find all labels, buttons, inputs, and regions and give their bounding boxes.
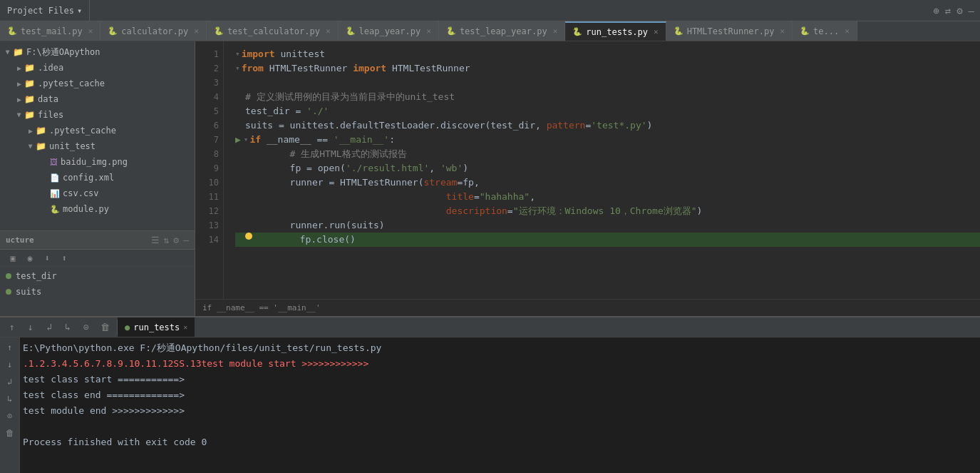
line-numbers: 12345 678910 11121314 — [195, 41, 224, 299]
code-line-9: fp = open('./result.html', 'wb') — [235, 161, 980, 176]
tab-close-2[interactable]: ✕ — [326, 26, 331, 36]
structure-panel: ucture ☰ ⇅ ⚙ — ▣ ◉ ⬇ ⬆ test_dir — [0, 230, 195, 316]
struct-btn-4[interactable]: ⬆ — [57, 251, 71, 265]
globe-icon[interactable]: ⊕ — [933, 5, 939, 16]
sidebar-item-9[interactable]: 📊csv.csv — [0, 185, 195, 201]
tab-tab-leap-year[interactable]: 🐍leap_year.py✕ — [339, 21, 439, 41]
fold-2[interactable]: ▾ — [235, 61, 240, 76]
structure-list-icon[interactable]: ☰ — [151, 235, 160, 245]
debug-dot — [245, 233, 252, 240]
terminal-line-2: .1.2.3.4.5.6.7.8.9.10.11.12SS.13test mod… — [23, 356, 974, 372]
terminal-tab-label: run_tests — [133, 322, 180, 332]
struct-btn-3[interactable]: ⬇ — [40, 251, 54, 265]
project-files-section[interactable]: Project Files ▾ — [0, 0, 90, 21]
code-line-3 — [235, 76, 980, 90]
tab-close-3[interactable]: ✕ — [426, 26, 431, 36]
terminal-line-6 — [23, 419, 974, 434]
structure-item-suits[interactable]: suits — [0, 284, 195, 300]
structure-dot-1 — [6, 273, 11, 279]
sidebar: ▶📁F:\秒通OApython▶📁.idea▶📁.pytest_cache▶📁d… — [0, 41, 195, 316]
terminal-line-7: Process finished with exit code 0 — [23, 434, 974, 450]
code-line-14: fp.close() — [235, 233, 980, 247]
tab-tab-test-calculator[interactable]: 🐍test_calculator.py✕ — [207, 21, 339, 41]
structure-settings-icon[interactable]: ⚙ — [173, 235, 179, 245]
sidebar-item-6[interactable]: ▶📁unit_test — [0, 138, 195, 154]
tab-close-7[interactable]: ✕ — [845, 26, 850, 36]
folder-icon: 📁 — [36, 141, 46, 151]
tab-close-0[interactable]: ✕ — [88, 26, 93, 36]
tab-label-4: test_leap_year.py — [460, 26, 547, 36]
terminal-return-icon[interactable]: ↲ — [41, 320, 57, 335]
struct-btn-2[interactable]: ◉ — [23, 251, 37, 265]
tab-tab-more[interactable]: 🐍te...✕ — [793, 21, 857, 41]
tab-py-icon-1: 🐍 — [108, 26, 118, 36]
tab-tab-run-tests[interactable]: 🐍run_tests.py✕ — [565, 21, 666, 41]
sidebar-item-3[interactable]: ▶📁data — [0, 91, 195, 107]
sidebar-label-8: config.xml — [63, 173, 114, 183]
structure-label-suits: suits — [16, 287, 41, 297]
sidebar-item-1[interactable]: ▶📁.idea — [0, 60, 195, 76]
sidebar-item-2[interactable]: ▶📁.pytest_cache — [0, 76, 195, 91]
sidebar-label-1: .idea — [38, 63, 63, 73]
tab-tab-htmltestrunner[interactable]: 🐍HTMLTestRunner.py✕ — [666, 21, 793, 41]
tab-tab-test-leap-year[interactable]: 🐍test_leap_year.py✕ — [439, 21, 565, 41]
tab-py-icon-4: 🐍 — [446, 26, 456, 36]
tab-tab-test-mail[interactable]: 🐍test_mail.py✕ — [0, 21, 100, 41]
editor-area: 12345 678910 11121314 ▾ import unittest … — [195, 41, 980, 316]
tab-py-icon-3: 🐍 — [346, 26, 356, 36]
terminal-down-icon[interactable]: ↓ — [23, 320, 38, 335]
structure-dot-2 — [6, 289, 11, 295]
sidebar-item-7[interactable]: 🖼baidu_img.png — [0, 154, 195, 170]
sidebar-item-8[interactable]: 📄config.xml — [0, 170, 195, 185]
terminal-tab-run-tests[interactable]: ● run_tests ✕ — [118, 317, 195, 337]
tab-py-icon-0: 🐍 — [7, 26, 17, 36]
tab-close-1[interactable]: ✕ — [194, 26, 199, 36]
tab-tab-calculator[interactable]: 🐍calculator.py✕ — [100, 21, 207, 41]
terminal-tab-bar: ↑ ↓ ↲ ↳ ⊙ 🗑 ● run_tests ✕ — [0, 317, 980, 337]
structure-label-test-dir: test_dir — [16, 271, 57, 281]
code-line-1: ▾ import unittest — [235, 47, 980, 61]
code-content[interactable]: ▾ import unittest ▾ from HTMLTestRunner … — [224, 41, 980, 299]
code-line-7: ▶ ▾ if __name__ == '__main__': — [235, 133, 980, 147]
tab-label-7: te... — [813, 26, 839, 36]
terminal-tab-close[interactable]: ✕ — [183, 323, 187, 331]
fold-7[interactable]: ▾ — [244, 133, 249, 147]
terminal-up-icon[interactable]: ↑ — [4, 320, 20, 335]
folder-icon: 📁 — [24, 63, 35, 73]
struct-btn-1[interactable]: ▣ — [6, 251, 20, 265]
structure-title: ucture — [6, 235, 151, 245]
tab-close-6[interactable]: ✕ — [780, 26, 785, 36]
terminal-content[interactable]: E:\Python\python.exe F:/秒通OApython/files… — [0, 337, 980, 473]
structure-close-icon[interactable]: — — [183, 235, 189, 245]
tab-py-icon-6: 🐍 — [674, 26, 684, 36]
project-files-dropdown-arrow[interactable]: ▾ — [77, 6, 82, 16]
structure-item-test-dir[interactable]: test_dir — [0, 268, 195, 284]
tab-close-4[interactable]: ✕ — [553, 26, 558, 36]
sidebar-tree: ▶📁F:\秒通OApython▶📁.idea▶📁.pytest_cache▶📁d… — [0, 41, 195, 230]
csv-icon: 📊 — [50, 189, 60, 198]
tab-label-3: leap_year.py — [359, 26, 421, 36]
breadcrumb-bar: if __name__ == '__main__' — [195, 299, 980, 316]
sidebar-item-10[interactable]: 🐍module.py — [0, 201, 195, 217]
sidebar-label-4: files — [38, 110, 63, 120]
sidebar-item-0[interactable]: ▶📁F:\秒通OApython — [0, 44, 195, 60]
sidebar-item-5[interactable]: ▶📁.pytest_cache — [0, 123, 195, 138]
tab-close-5[interactable]: ✕ — [654, 27, 659, 36]
sidebar-label-5: .pytest_cache — [49, 126, 116, 136]
sidebar-item-4[interactable]: ▶📁files — [0, 107, 195, 123]
code-line-13: runner.run(suits) — [235, 218, 980, 233]
arrows-icon[interactable]: ⇄ — [945, 5, 951, 16]
minimize-icon[interactable]: — — [969, 5, 974, 16]
tab-py-icon-2: 🐍 — [214, 26, 224, 36]
main-area: ▶📁F:\秒通OApython▶📁.idea▶📁.pytest_cache▶📁d… — [0, 41, 980, 316]
arrow-open: ▶ — [4, 50, 12, 54]
settings-icon[interactable]: ⚙ — [956, 5, 962, 16]
fold-1[interactable]: ▾ — [235, 47, 240, 61]
structure-sort-icon[interactable]: ⇅ — [164, 235, 170, 245]
code-line-11: title="hahahha", — [235, 190, 980, 204]
terminal-trash-icon[interactable]: 🗑 — [97, 320, 113, 335]
arrow-open: ▶ — [27, 144, 35, 148]
terminal-stop-icon[interactable]: ↳ — [60, 320, 76, 335]
sidebar-label-0: F:\秒通OApython — [26, 46, 100, 59]
terminal-rerun-icon[interactable]: ⊙ — [78, 320, 94, 335]
